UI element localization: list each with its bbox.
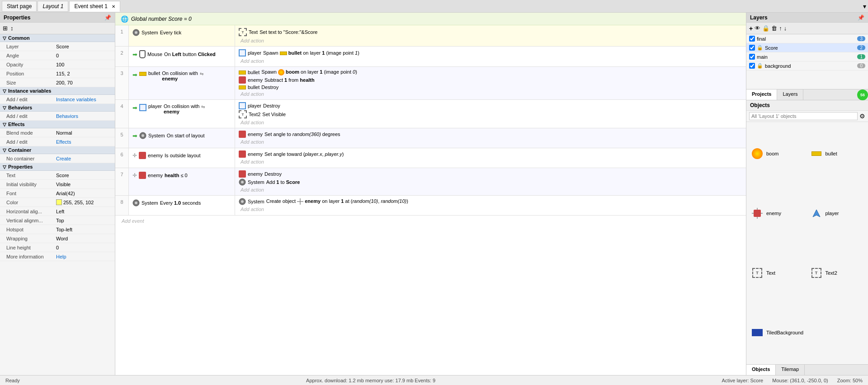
condition-item[interactable]: System Every tick [131,28,233,37]
layer-add-icon[interactable]: + [749,25,753,32]
object-name-boom: boom [766,151,779,156]
object-item-boom[interactable]: boom [749,125,807,183]
action-item-3c[interactable]: bullet Destroy [237,84,744,90]
object-item-bullet[interactable]: bullet [808,125,866,183]
condition-item-7[interactable]: ✛ enemy health ≤ 0 [131,171,233,180]
section-instance-vars-header[interactable]: ▽ Instance variables [0,87,115,95]
prop-link-effects[interactable]: Effects [56,139,71,145]
layers-pin-icon[interactable]: 📌 [858,14,864,21]
section-properties-header[interactable]: ▽ Properties [0,163,115,171]
layer-up-icon[interactable]: ↑ [779,25,782,32]
section-common-header[interactable]: ▽ Common [0,34,115,42]
add-action-1[interactable]: Add action [237,37,744,44]
tab-layers-2[interactable]: Layers [777,89,803,100]
layer-background-checkbox[interactable] [749,63,755,69]
section-effects-header[interactable]: ▽ Effects [0,121,115,128]
action-item[interactable]: T Text Set text to "Score:"&Score [237,27,744,37]
prop-link-instance-vars[interactable]: Instance variables [56,97,96,102]
object-item-text[interactable]: T Text [749,244,807,302]
section-container-header[interactable]: ▽ Container [0,146,115,154]
add-action-7[interactable]: Add action [237,186,744,193]
tab-close-icon[interactable]: ✕ [112,4,115,9]
condition-text-7a: enemy [148,173,163,178]
condition-item-6[interactable]: ✛ enemy Is outside layout [131,151,233,160]
objects-filter-input[interactable] [749,112,858,120]
object-name-tiled: TiledBackground [766,330,803,335]
action-item-3b[interactable]: enemy Subtract 1 from health [237,76,744,84]
object-item-text2[interactable]: T Text2 [808,244,866,302]
event-conditions-8: System Every 1.0 seconds [129,196,235,215]
svg-marker-17 [813,210,820,217]
prop-row-effects: Add / edit Effects [0,137,115,146]
bottom-tab-tilemap[interactable]: Tilemap [776,365,805,375]
layer-down-icon[interactable]: ↓ [784,25,787,32]
layer-eye-icon[interactable]: 👁 [755,25,760,32]
layer-final-checkbox[interactable] [749,36,755,42]
tab-projects[interactable]: Projects [746,89,777,100]
section-behaviors-header[interactable]: ▽ Behaviors [0,104,115,112]
add-action-3[interactable]: Add action [237,90,744,98]
condition-text-8a: System [142,200,158,206]
action-item-8[interactable]: System Create object enemy on layer 1 at… [237,197,744,206]
layer-item-score[interactable]: 🔒 Score 2 [746,43,868,52]
condition-item-8[interactable]: System Every 1.0 seconds [131,198,233,207]
objects-filter-settings-icon[interactable]: ⚙ [859,113,865,120]
player-icon-4a [239,102,246,109]
object-item-tiled[interactable]: TiledBackground [749,304,865,362]
event-actions-3: bullet Spawn boom on layer 1 (image poin… [235,67,746,99]
add-action-5[interactable]: Add action [237,138,744,146]
add-event-row[interactable]: Add event [115,216,746,226]
prop-value-position: 115, 2 [56,71,70,76]
prop-link-create[interactable]: Create [56,156,71,161]
action-item-5[interactable]: enemy Set angle to random(360) degrees [237,130,744,138]
panel-pin-icon[interactable]: 📌 [104,14,111,21]
condition-item-2[interactable]: ➡ Mouse On Left button Clicked [131,49,233,59]
layer-item-final[interactable]: final 3 [746,34,868,43]
layers-header: Layers 📌 [746,13,868,23]
prop-link-help[interactable]: Help [56,254,66,259]
action-item-2[interactable]: player Spawn bullet on layer 1 (image po… [237,48,744,57]
layer-item-background[interactable]: 🔒 background 0 [746,61,868,70]
layer-main-checkbox[interactable] [749,54,755,60]
tab-start-page[interactable]: Start page [2,1,37,12]
sort-icon[interactable]: ⊞ [3,25,8,32]
layer-final-name: final [757,36,855,42]
sort-alpha-icon[interactable]: ↕ [10,25,14,32]
object-item-player[interactable]: player [808,184,866,242]
bottom-tab-objects[interactable]: Objects [746,365,776,375]
layer-item-main[interactable]: main 1 [746,52,868,61]
prop-link-behaviors[interactable]: Behaviors [56,113,78,119]
layer-delete-icon[interactable]: 🗑 [771,25,777,32]
layer-score-checkbox[interactable] [749,45,755,51]
action-item-3a[interactable]: bullet Spawn boom on layer 1 (image poin… [237,69,744,76]
condition-item-4[interactable]: ➡ player On collision withenemy ⇆ [131,103,233,115]
action-item-7b[interactable]: System Add 1 to Score [237,178,744,186]
add-action-2[interactable]: Add action [237,57,744,65]
condition-item-3[interactable]: ➡ bullet On collision withenemy ⇆ [131,70,233,82]
prop-row-font: Font Arial(42) [0,189,115,198]
prop-row-size: Size 200, 70 [0,78,115,87]
objects-bottom-tabs: Objects Tilemap [746,364,868,375]
layers-section: Layers 📌 + 👁 🔒 🗑 ↑ ↓ final 3 🔒 Score [746,13,868,89]
tab-scroll-arrow[interactable]: ▾ [863,3,866,10]
object-item-enemy[interactable]: enemy [749,184,807,242]
add-action-8[interactable]: Add action [237,206,744,213]
event-actions-4: player Destroy T Text2 Set Visible Add a… [235,100,746,128]
action-item-4b[interactable]: T Text2 Set Visible [237,110,744,119]
condition-text-4a: player [148,103,162,109]
action-item-4a[interactable]: player Destroy [237,102,744,110]
action-item-7a[interactable]: enemy Destroy [237,170,744,178]
event-row-8: 8 System Every 1.0 seconds System Create… [115,196,746,216]
green-circle-btn[interactable]: 56 [857,89,868,100]
add-action-4[interactable]: Add action [237,119,744,126]
condition-item-5[interactable]: ➡ System On start of layout [131,131,233,140]
condition-text-6b: Is outside layout [165,153,201,158]
add-action-6[interactable]: Add action [237,158,744,165]
tab-event-sheet1[interactable]: Event sheet 1 ✕ [69,1,120,12]
action-item-6[interactable]: enemy Set angle toward (player.x, player… [237,150,744,158]
event-actions-5: enemy Set angle to random(360) degrees A… [235,128,746,148]
tab-layout1[interactable]: Layout 1 [38,1,68,12]
layer-background-count: 0 [857,63,865,68]
system-icon-5 [139,132,146,139]
layer-lock-icon[interactable]: 🔒 [762,25,769,32]
